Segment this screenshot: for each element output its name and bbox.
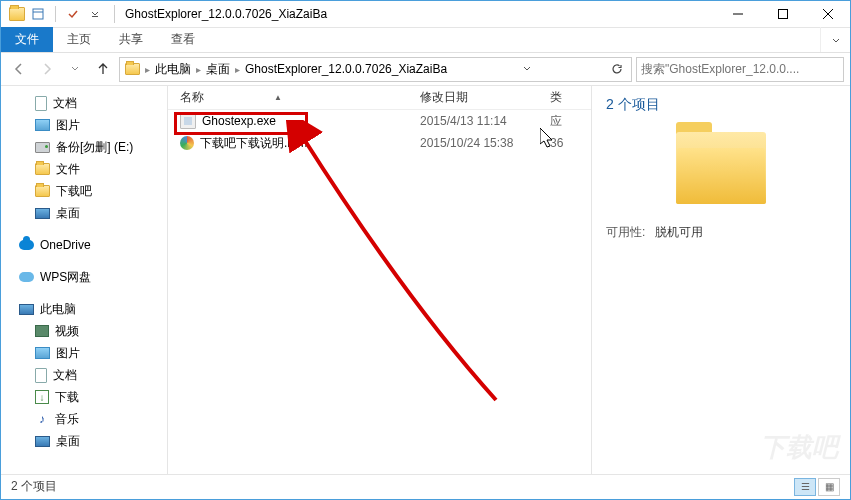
navigation-bar: ▸ 此电脑 ▸ 桌面 ▸ GhostExplorer_12.0.0.7026_X… bbox=[1, 53, 850, 86]
tab-share[interactable]: 共享 bbox=[105, 27, 157, 52]
htm-icon bbox=[180, 136, 194, 150]
view-details-button[interactable]: ☰ bbox=[794, 478, 816, 496]
file-list-pane[interactable]: 名称▲ 修改日期 类 Ghostexp.exe2015/4/13 11:14应下… bbox=[168, 86, 592, 474]
tree-item[interactable]: 文档 bbox=[1, 364, 167, 386]
qat-dropdown-icon[interactable] bbox=[86, 5, 104, 23]
tree-item[interactable]: 文档 bbox=[1, 92, 167, 114]
tree-item-label: 文档 bbox=[53, 367, 77, 384]
search-box[interactable] bbox=[636, 57, 844, 82]
tree-item[interactable]: 备份[勿删] (E:) bbox=[1, 136, 167, 158]
close-button[interactable] bbox=[805, 1, 850, 27]
file-row[interactable]: 下载吧下载说明.htm2015/10/24 15:3836 bbox=[168, 132, 591, 154]
column-name-label: 名称 bbox=[180, 89, 204, 106]
title-separator bbox=[114, 5, 115, 23]
maximize-button[interactable] bbox=[760, 1, 805, 27]
minimize-button[interactable] bbox=[715, 1, 760, 27]
svg-rect-0 bbox=[33, 9, 43, 19]
tree-item-label: OneDrive bbox=[40, 238, 91, 252]
ribbon-expand-button[interactable] bbox=[820, 27, 850, 52]
column-headers: 名称▲ 修改日期 类 bbox=[168, 86, 591, 110]
tree-item-label: 图片 bbox=[56, 117, 80, 134]
titlebar: GhostExplorer_12.0.0.7026_XiaZaiBa bbox=[1, 1, 850, 28]
chevron-right-icon[interactable]: ▸ bbox=[145, 64, 150, 75]
file-rows: Ghostexp.exe2015/4/13 11:14应下载吧下载说明.htm2… bbox=[168, 110, 591, 154]
view-icons-button[interactable]: ▦ bbox=[818, 478, 840, 496]
tree-item-label: 桌面 bbox=[56, 433, 80, 450]
window-controls bbox=[715, 1, 850, 27]
breadcrumb-segment[interactable]: GhostExplorer_12.0.0.7026_XiaZaiBa bbox=[243, 62, 449, 76]
ribbon-tabs: 文件 主页 共享 查看 bbox=[1, 28, 850, 53]
availability-label: 可用性: bbox=[606, 225, 645, 239]
tree-item-label: 桌面 bbox=[56, 205, 80, 222]
file-date: 2015/4/13 11:14 bbox=[420, 114, 550, 128]
tree-item[interactable]: 桌面 bbox=[1, 430, 167, 452]
refresh-button[interactable] bbox=[605, 63, 629, 75]
column-header-date[interactable]: 修改日期 bbox=[420, 89, 550, 106]
chevron-right-icon[interactable]: ▸ bbox=[235, 64, 240, 75]
window-title: GhostExplorer_12.0.0.7026_XiaZaiBa bbox=[125, 7, 327, 21]
body: 文档图片备份[勿删] (E:)文件下载吧桌面OneDriveWPS网盘此电脑视频… bbox=[1, 86, 850, 474]
status-bar: 2 个项目 ☰ ▦ bbox=[1, 474, 850, 498]
tree-item-label: 音乐 bbox=[55, 411, 79, 428]
forward-button[interactable] bbox=[35, 57, 59, 81]
details-title: 2 个项目 bbox=[606, 96, 836, 114]
tree-item[interactable]: 桌面 bbox=[1, 202, 167, 224]
tree-item-label: 图片 bbox=[56, 345, 80, 362]
tree-item[interactable]: WPS网盘 bbox=[1, 266, 167, 288]
qat-check-icon[interactable] bbox=[64, 5, 82, 23]
back-button[interactable] bbox=[7, 57, 31, 81]
file-type: 应 bbox=[550, 113, 591, 130]
breadcrumb-segment[interactable]: 桌面 bbox=[204, 61, 232, 78]
file-name: 下载吧下载说明.htm bbox=[200, 135, 307, 152]
status-text: 2 个项目 bbox=[11, 478, 57, 495]
availability-value: 脱机可用 bbox=[655, 225, 703, 239]
tree-item[interactable]: 图片 bbox=[1, 114, 167, 136]
tree-item-label: 备份[勿删] (E:) bbox=[56, 139, 133, 156]
details-availability: 可用性: 脱机可用 bbox=[606, 224, 836, 241]
column-header-type[interactable]: 类 bbox=[550, 89, 591, 106]
quick-access-toolbar: GhostExplorer_12.0.0.7026_XiaZaiBa bbox=[1, 5, 327, 23]
search-input[interactable] bbox=[641, 62, 839, 76]
tab-file[interactable]: 文件 bbox=[1, 27, 53, 52]
exe-icon bbox=[180, 113, 196, 129]
annotation-arrow bbox=[286, 120, 526, 420]
breadcrumb-folder-icon bbox=[122, 59, 142, 79]
navigation-pane[interactable]: 文档图片备份[勿删] (E:)文件下载吧桌面OneDriveWPS网盘此电脑视频… bbox=[1, 86, 168, 474]
tree-item-label: 视频 bbox=[55, 323, 79, 340]
tree-item[interactable]: 此电脑 bbox=[1, 298, 167, 320]
view-switcher: ☰ ▦ bbox=[794, 478, 840, 496]
file-row[interactable]: Ghostexp.exe2015/4/13 11:14应 bbox=[168, 110, 591, 132]
up-button[interactable] bbox=[91, 57, 115, 81]
tree-item-label: WPS网盘 bbox=[40, 269, 91, 286]
tree-item[interactable]: 下载吧 bbox=[1, 180, 167, 202]
address-dropdown-icon[interactable] bbox=[515, 65, 539, 73]
file-type: 36 bbox=[550, 136, 591, 150]
tree-item[interactable]: 图片 bbox=[1, 342, 167, 364]
tab-home[interactable]: 主页 bbox=[53, 27, 105, 52]
folder-preview-icon bbox=[676, 132, 766, 204]
file-date: 2015/10/24 15:38 bbox=[420, 136, 550, 150]
tree-item-label: 文件 bbox=[56, 161, 80, 178]
tree-item-label: 此电脑 bbox=[40, 301, 76, 318]
qat-properties-icon[interactable] bbox=[29, 5, 47, 23]
svg-rect-4 bbox=[778, 10, 787, 19]
breadcrumb-segment[interactable]: 此电脑 bbox=[153, 61, 193, 78]
qat-separator bbox=[55, 6, 56, 22]
recent-dropdown-icon[interactable] bbox=[63, 57, 87, 81]
sort-indicator-icon: ▲ bbox=[274, 93, 282, 102]
tree-item-label: 下载 bbox=[55, 389, 79, 406]
chevron-right-icon[interactable]: ▸ bbox=[196, 64, 201, 75]
tree-item[interactable]: 下载 bbox=[1, 386, 167, 408]
file-name: Ghostexp.exe bbox=[202, 114, 276, 128]
details-pane: 2 个项目 可用性: 脱机可用 bbox=[592, 86, 850, 474]
address-bar[interactable]: ▸ 此电脑 ▸ 桌面 ▸ GhostExplorer_12.0.0.7026_X… bbox=[119, 57, 632, 82]
tree-item[interactable]: 视频 bbox=[1, 320, 167, 342]
app-icon[interactable] bbox=[9, 7, 25, 21]
column-header-name[interactable]: 名称▲ bbox=[168, 89, 420, 106]
tree-item[interactable]: OneDrive bbox=[1, 234, 167, 256]
tree-item[interactable]: 文件 bbox=[1, 158, 167, 180]
tree-item-label: 下载吧 bbox=[56, 183, 92, 200]
tree-item-label: 文档 bbox=[53, 95, 77, 112]
tree-item[interactable]: ♪音乐 bbox=[1, 408, 167, 430]
tab-view[interactable]: 查看 bbox=[157, 27, 209, 52]
